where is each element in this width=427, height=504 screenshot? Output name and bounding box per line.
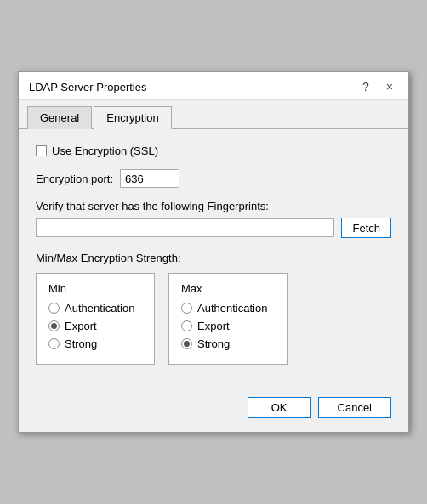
max-authentication-label: Authentication [197,302,267,314]
close-button[interactable]: × [381,79,398,94]
fingerprint-label: Verify that server has the following Fin… [36,200,391,212]
min-export-row: Export [48,320,142,332]
min-export-label: Export [65,320,97,332]
cancel-button[interactable]: Cancel [318,397,391,418]
max-export-row: Export [181,320,275,332]
max-authentication-radio[interactable] [181,303,192,314]
dialog-footer: OK Cancel [19,387,408,432]
title-bar: LDAP Server Properties ? × [19,72,408,100]
use-ssl-checkbox[interactable] [36,145,47,156]
max-strong-row: Strong [181,337,275,350]
fetch-button[interactable]: Fetch [341,218,391,238]
port-label: Encryption port: [36,173,113,185]
port-input[interactable] [120,169,179,188]
max-authentication-row: Authentication [181,302,275,314]
title-bar-right: ? × [357,79,398,94]
strength-label: Min/Max Encryption Strength: [36,252,391,264]
min-strong-label: Strong [65,337,97,350]
tab-general[interactable]: General [27,106,92,129]
min-export-radio[interactable] [48,320,60,331]
use-ssl-label: Use Encryption (SSL) [52,144,158,157]
help-button[interactable]: ? [357,79,374,94]
min-strong-radio[interactable] [48,338,60,349]
max-strength-box: Max Authentication Export Strong [168,273,288,365]
min-strong-row: Strong [48,337,142,350]
fingerprint-input[interactable] [36,218,334,237]
ok-button[interactable]: OK [248,397,311,418]
tab-encryption[interactable]: Encryption [94,106,171,129]
min-authentication-label: Authentication [65,302,134,314]
dialog-body: Use Encryption (SSL) Encryption port: Ve… [19,129,408,387]
strength-boxes: Min Authentication Export Strong [36,273,391,365]
fingerprint-section: Verify that server has the following Fin… [36,200,391,238]
min-authentication-row: Authentication [48,302,142,314]
dialog-title: LDAP Server Properties [29,81,147,93]
port-row: Encryption port: [36,169,391,188]
max-box-title: Max [181,282,275,295]
min-box-title: Min [48,282,142,295]
title-bar-left: LDAP Server Properties [29,81,147,93]
strength-section: Min/Max Encryption Strength: Min Authent… [36,252,391,365]
min-authentication-radio[interactable] [48,303,60,314]
max-strong-label: Strong [197,337,230,350]
max-strong-radio[interactable] [181,338,192,349]
min-strength-box: Min Authentication Export Strong [36,273,155,365]
fingerprint-row: Fetch [36,218,391,238]
max-export-radio[interactable] [181,320,192,331]
max-export-label: Export [197,320,230,332]
dialog: LDAP Server Properties ? × General Encry… [18,71,409,433]
tabs: General Encryption [19,100,408,129]
use-ssl-row: Use Encryption (SSL) [36,144,391,157]
